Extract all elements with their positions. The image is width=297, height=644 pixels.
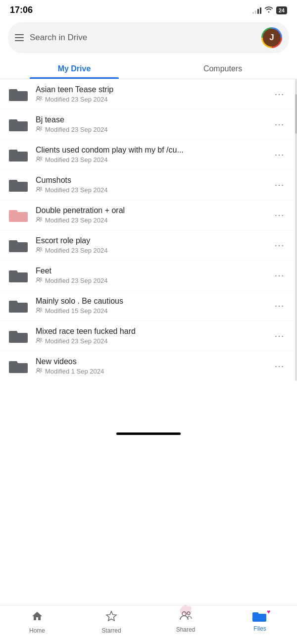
shared-indicator (36, 337, 43, 345)
file-date: Modified 23 Sep 2024 (45, 186, 107, 194)
avatar-letter: J (263, 29, 281, 47)
tab-computers[interactable]: Computers (148, 58, 297, 79)
more-options-button[interactable]: ⋯ (270, 206, 289, 224)
nav-home[interactable]: Home (20, 610, 54, 634)
status-icons: 24 (252, 6, 287, 14)
folder-icon (8, 236, 29, 254)
bottom-nav: Home Starred Shared (0, 605, 297, 644)
tab-my-drive[interactable]: My Drive (0, 58, 148, 79)
svg-point-16 (37, 338, 40, 341)
list-item[interactable]: Clients used condom play with my bf /cu.… (0, 140, 297, 170)
nav-files[interactable]: ♥ Files (243, 610, 277, 632)
tab-bar: My Drive Computers (0, 58, 297, 79)
more-options-button[interactable]: ⋯ (270, 327, 289, 345)
file-meta: Modified 23 Sep 2024 (36, 277, 263, 284)
file-meta: Modified 23 Sep 2024 (36, 126, 263, 133)
file-date: Modified 23 Sep 2024 (45, 277, 107, 284)
search-bar[interactable]: Search in Drive J (8, 22, 289, 53)
svg-point-4 (37, 157, 40, 160)
svg-point-2 (37, 127, 40, 129)
svg-point-0 (37, 97, 40, 99)
list-item[interactable]: Mixed race teen fucked hard Modified 23 … (0, 321, 297, 351)
folder-icon (8, 206, 29, 224)
folder-icon (8, 85, 29, 103)
file-meta: Modified 15 Sep 2024 (36, 307, 263, 315)
svg-point-5 (40, 157, 42, 159)
svg-point-20 (182, 612, 186, 616)
list-item[interactable]: Escort role play Modified 23 Sep 2024 ⋯ (0, 230, 297, 261)
list-item[interactable]: Double penetration + oral Modified 23 Se… (0, 200, 297, 230)
file-date: Modified 23 Sep 2024 (45, 337, 107, 345)
more-options-button[interactable]: ⋯ (270, 267, 289, 284)
svg-point-6 (37, 187, 40, 190)
file-date: Modified 23 Sep 2024 (45, 156, 107, 163)
file-meta: Modified 23 Sep 2024 (36, 247, 263, 254)
list-item[interactable]: Cumshots Modified 23 Sep 2024 ⋯ (0, 170, 297, 200)
svg-point-7 (40, 187, 42, 189)
list-item[interactable]: Feet Modified 23 Sep 2024 ⋯ (0, 261, 297, 291)
star-icon (105, 610, 117, 625)
shared-indicator (36, 186, 43, 194)
search-bar-container: Search in Drive J (0, 18, 297, 58)
nav-starred[interactable]: Starred (94, 610, 129, 634)
search-placeholder: Search in Drive (30, 33, 255, 43)
file-meta: Modified 23 Sep 2024 (36, 96, 263, 103)
shared-indicator (36, 368, 43, 375)
svg-point-15 (40, 308, 42, 310)
file-info: Bj tease Modified 23 Sep 2024 (36, 115, 263, 133)
more-options-button[interactable]: ⋯ (270, 297, 289, 315)
svg-point-14 (37, 308, 40, 311)
battery-icon: 24 (276, 6, 287, 14)
file-meta: Modified 1 Sep 2024 (36, 368, 263, 375)
list-item[interactable]: New videos Modified 1 Sep 2024 ⋯ (0, 351, 297, 381)
scrollbar[interactable] (295, 79, 297, 381)
menu-icon[interactable] (15, 34, 24, 41)
folder-icon (8, 267, 29, 284)
more-options-button[interactable]: ⋯ (270, 357, 289, 375)
list-item[interactable]: Asian teen Tease strip Modified 23 Sep 2… (0, 79, 297, 109)
list-item[interactable]: Mainly solo . Be cautious Modified 15 Se… (0, 291, 297, 321)
file-name: Asian teen Tease strip (36, 85, 263, 94)
file-info: New videos Modified 1 Sep 2024 (36, 357, 263, 375)
user-avatar[interactable]: J (261, 27, 282, 48)
file-info: Mixed race teen fucked hard Modified 23 … (36, 327, 263, 345)
file-date: Modified 23 Sep 2024 (45, 216, 107, 224)
file-name: Mainly solo . Be cautious (36, 297, 263, 306)
nav-shared[interactable]: Shared (168, 610, 203, 633)
folder-icon (8, 115, 29, 133)
svg-point-19 (40, 369, 42, 371)
file-date: Modified 15 Sep 2024 (45, 307, 107, 315)
file-info: Cumshots Modified 23 Sep 2024 (36, 176, 263, 194)
file-name: New videos (36, 357, 263, 366)
more-options-button[interactable]: ⋯ (270, 85, 289, 103)
folder-icon (8, 327, 29, 345)
file-info: Mainly solo . Be cautious Modified 15 Se… (36, 297, 263, 315)
svg-point-8 (37, 217, 40, 220)
signal-icon (252, 7, 261, 14)
svg-point-10 (37, 248, 40, 250)
more-options-button[interactable]: ⋯ (270, 236, 289, 254)
more-options-button[interactable]: ⋯ (270, 115, 289, 133)
more-options-button[interactable]: ⋯ (270, 176, 289, 194)
svg-point-18 (37, 369, 40, 371)
scrollbar-thumb[interactable] (295, 94, 297, 134)
shared-icon (179, 610, 192, 624)
folder-icon (8, 146, 29, 163)
file-name: Mixed race teen fucked hard (36, 327, 263, 336)
home-icon (31, 610, 43, 625)
folder-icon (8, 297, 29, 315)
files-folder-icon (252, 610, 266, 625)
shared-indicator (36, 216, 43, 224)
file-date: Modified 23 Sep 2024 (45, 96, 107, 103)
file-date: Modified 23 Sep 2024 (45, 247, 107, 254)
nav-shared-label: Shared (176, 626, 196, 633)
list-item[interactable]: Bj tease Modified 23 Sep 2024 ⋯ (0, 109, 297, 140)
home-indicator (116, 432, 181, 435)
file-name: Feet (36, 267, 263, 275)
nav-home-label: Home (29, 627, 45, 634)
svg-point-12 (37, 278, 40, 280)
status-time: 17:06 (10, 5, 33, 15)
more-options-button[interactable]: ⋯ (270, 146, 289, 163)
shared-indicator (36, 277, 43, 284)
svg-point-11 (40, 248, 42, 250)
